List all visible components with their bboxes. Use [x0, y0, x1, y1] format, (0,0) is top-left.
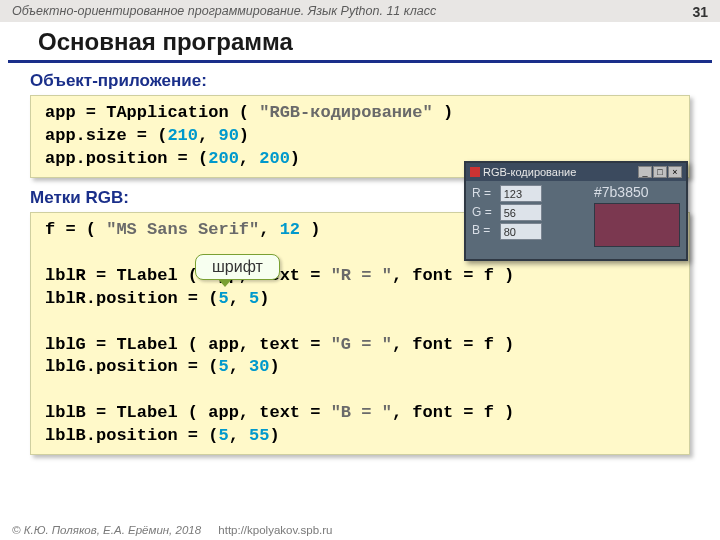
copyright: © К.Ю. Поляков, Е.А. Ерёмин, 2018 [12, 524, 201, 536]
subhead-app: Объект-приложение: [30, 71, 690, 91]
input-r[interactable] [500, 185, 542, 202]
footer-url: http://kpolyakov.spb.ru [218, 524, 332, 536]
callout-font: шрифт [195, 254, 280, 280]
label-b: B = [472, 221, 492, 240]
label-r: R = [472, 184, 492, 203]
page-title: Основная программа [8, 22, 712, 63]
window-titlebar: RGB-кодирование _ □ × [466, 163, 686, 181]
app-window: RGB-кодирование _ □ × R = G = B = [464, 161, 688, 261]
minimize-button[interactable]: _ [638, 166, 652, 178]
page-number: 31 [692, 4, 708, 20]
hex-label: #7b3850 [594, 184, 680, 200]
app-icon [470, 167, 480, 177]
input-g[interactable] [500, 204, 542, 221]
label-g: G = [472, 203, 492, 222]
window-body: R = G = B = #7b3850 [466, 181, 686, 250]
color-swatch [594, 203, 680, 247]
slide: Объектно-ориентированное программировани… [0, 0, 720, 540]
input-b[interactable] [500, 223, 542, 240]
maximize-button[interactable]: □ [653, 166, 667, 178]
course-title: Объектно-ориентированное программировани… [12, 4, 436, 20]
close-button[interactable]: × [668, 166, 682, 178]
footer: © К.Ю. Поляков, Е.А. Ерёмин, 2018 http:/… [12, 524, 333, 536]
content: Объект-приложение: app = TApplication ( … [0, 63, 720, 455]
window-title: RGB-кодирование [483, 166, 576, 178]
topbar: Объектно-ориентированное программировани… [0, 0, 720, 22]
